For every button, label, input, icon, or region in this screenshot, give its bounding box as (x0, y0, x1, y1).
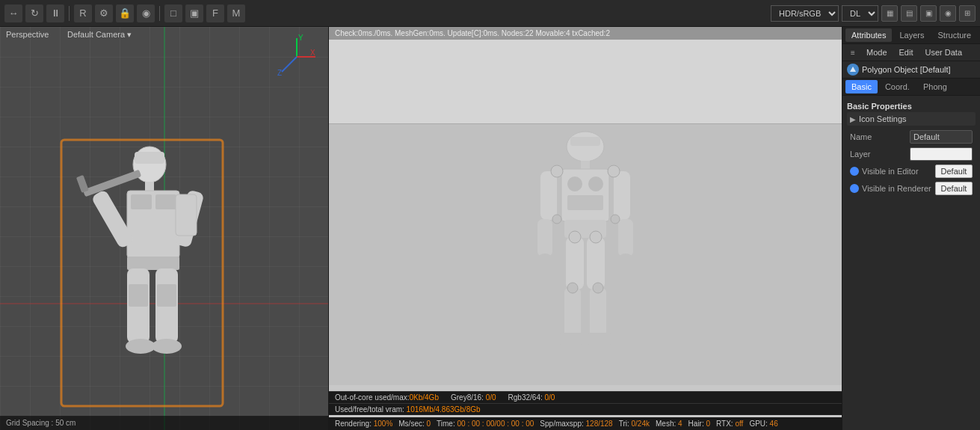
viewport-render-area (329, 124, 842, 385)
layer-value[interactable] (910, 147, 973, 161)
svg-rect-46 (587, 333, 612, 345)
visible-renderer-label: Visible in Renderer (862, 184, 935, 193)
mode-lines-icon: ≡ (847, 46, 859, 58)
gpu-stat: GPU: 46 (749, 420, 777, 428)
section-title: Basic Properties (847, 99, 976, 112)
icon-settings-collapse[interactable]: ▶ Icon Settings (847, 112, 976, 126)
tool-sq2[interactable]: ▣ (185, 4, 203, 22)
axis-widget: Y X Z (274, 34, 319, 79)
tab-layers[interactable]: Layers (893, 28, 930, 42)
svg-text:Z: Z (277, 69, 282, 77)
dl-select[interactable]: DL (842, 5, 878, 22)
tool-rotate[interactable]: ↻ (25, 4, 43, 22)
info-bars: Out-of-core used/max:0Kb/4Gb Grey8/16: 0… (329, 391, 842, 415)
basic-properties-section: Basic Properties ▶ Icon Settings Name De… (842, 96, 980, 200)
mode-btn[interactable]: Mode (862, 46, 892, 58)
svg-rect-16 (76, 175, 89, 193)
tool-r[interactable]: R (74, 4, 92, 22)
tool-sq1[interactable]: □ (164, 4, 182, 22)
name-property-row: Name Default (847, 129, 976, 145)
viewport-upper-area (329, 27, 842, 124)
svg-rect-23 (129, 284, 148, 307)
tool-move[interactable]: ↔ (4, 4, 22, 22)
tool-pause[interactable]: ⏸ (46, 4, 64, 22)
info-bar-1: Out-of-core used/max:0Kb/4Gb Grey8/16: 0… (329, 391, 842, 403)
svg-rect-29 (581, 161, 590, 170)
name-value[interactable]: Default (910, 130, 973, 144)
svg-rect-8 (135, 152, 164, 164)
svg-text:X: X (310, 49, 315, 57)
tool-m[interactable]: M (227, 4, 245, 22)
edit-btn[interactable]: Edit (895, 46, 918, 58)
tool-lock[interactable]: 🔒 (116, 4, 134, 22)
render-btn-1[interactable]: ▦ (881, 5, 898, 22)
hdr-select[interactable]: HDR/sRGB (771, 5, 839, 22)
svg-point-32 (588, 176, 603, 191)
visible-editor-label: Visible in Editor (862, 167, 935, 176)
name-label: Name (850, 132, 910, 141)
layer-label: Layer (850, 150, 910, 159)
subtab-basic[interactable]: Basic (845, 80, 878, 93)
mssec-stat: Ms/sec: 0 (398, 420, 431, 428)
visible-renderer-value[interactable]: Default (935, 182, 973, 195)
status-bar: Check:0ms./0ms. MeshGen:0ms. Update[C]:0… (329, 27, 842, 40)
render-btn-3[interactable]: ▣ (920, 5, 937, 22)
vram-info: Out-of-core used/max:0Kb/4Gb (335, 393, 439, 402)
tab-attributes[interactable]: Attributes (845, 28, 892, 42)
viewport-left[interactable]: Perspective Default Camera ▾ Y X Z (0, 27, 329, 430)
svg-point-49 (552, 215, 561, 224)
svg-point-40 (618, 254, 633, 265)
svg-rect-41 (566, 237, 584, 289)
svg-rect-44 (590, 288, 606, 337)
collapse-arrow-icon: ▶ (850, 115, 856, 123)
svg-marker-55 (850, 67, 856, 72)
rgb-info: Rgb32/64: 0/0 (508, 393, 555, 402)
mesh-stat: Mesh: 4 (656, 420, 682, 428)
visible-editor-value[interactable]: Default (935, 165, 973, 178)
info-bar-2: Used/free/total vram: 1016Mb/4.863Gb/8Gb (329, 403, 842, 415)
svg-text:Y: Y (298, 34, 303, 42)
right-panel: Attributes Layers Structure ≡ Mode Edit … (842, 27, 980, 430)
svg-rect-17 (127, 257, 179, 270)
render-btn-2[interactable]: ▤ (901, 5, 917, 22)
subtab-phong[interactable]: Phong (917, 80, 953, 93)
svg-point-54 (593, 283, 603, 293)
panel-mode-row: ≡ Mode Edit User Data (842, 44, 980, 61)
svg-rect-42 (587, 237, 605, 289)
svg-rect-33 (567, 195, 603, 210)
status-text: Check:0ms./0ms. MeshGen:0ms. Update[C]:0… (335, 29, 610, 37)
spp-stat: Spp/maxspp: 128/128 (540, 420, 612, 428)
svg-rect-11 (131, 194, 152, 209)
layer-property-row: Layer (847, 146, 976, 162)
tool-f[interactable]: F (206, 4, 224, 22)
svg-rect-38 (614, 171, 630, 220)
robot-figure (511, 128, 660, 382)
svg-rect-36 (537, 219, 552, 257)
svg-point-47 (551, 165, 563, 177)
visible-editor-radio[interactable] (850, 167, 859, 176)
svg-rect-35 (540, 171, 557, 220)
render-btn-5[interactable]: ⊞ (959, 5, 976, 22)
rtx-stat: RTX: off (716, 420, 743, 428)
svg-point-50 (611, 215, 620, 224)
tool-gear[interactable]: ⚙ (95, 4, 113, 22)
viewport-right[interactable]: Check:0ms./0ms. MeshGen:0ms. Update[C]:0… (329, 27, 842, 430)
tool-circle[interactable]: ◉ (137, 4, 155, 22)
svg-point-53 (567, 283, 578, 293)
tab-structure[interactable]: Structure (932, 28, 978, 42)
subtab-coord[interactable]: Coord. (879, 80, 916, 93)
svg-rect-24 (157, 284, 176, 307)
visible-renderer-radio[interactable] (850, 184, 859, 193)
panel-subtabs: Basic Coord. Phong (842, 79, 980, 96)
render-stats-bar: Rendering: 100% Ms/sec: 0 Time: 00 : 00 … (329, 417, 842, 430)
main-area: Perspective Default Camera ▾ Y X Z (0, 27, 980, 430)
toolbar-right: HDR/sRGB DL ▦ ▤ ▣ ◉ ⊞ (771, 5, 976, 22)
render-btn-4[interactable]: ◉ (940, 5, 956, 22)
time-stat: Time: 00 : 00 : 00/00 : 00 : 00 (437, 420, 534, 428)
svg-point-48 (608, 165, 620, 177)
visible-editor-row: Visible in Editor Default (847, 163, 976, 179)
toolbar-sep-2 (159, 6, 160, 21)
userdata-btn[interactable]: User Data (921, 46, 967, 58)
svg-line-4 (282, 57, 297, 72)
svg-rect-28 (570, 137, 600, 146)
